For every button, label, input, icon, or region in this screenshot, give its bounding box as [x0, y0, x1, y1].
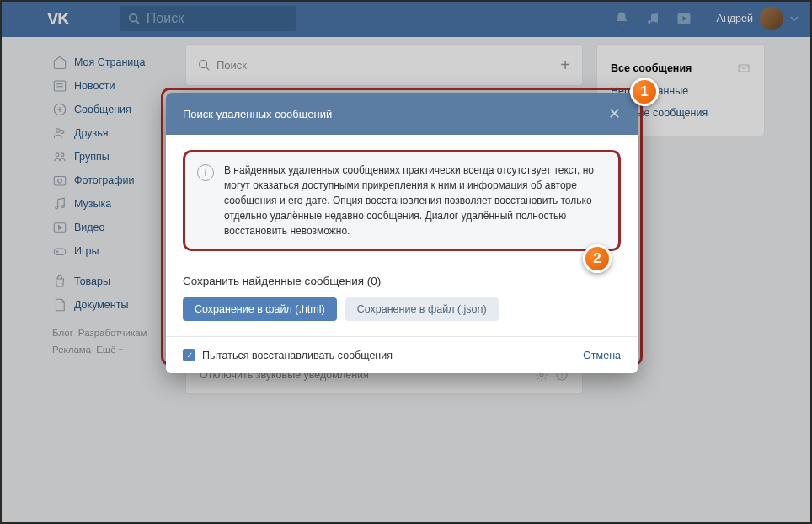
annotation-callout-2: 2: [583, 244, 612, 273]
info-icon: i: [197, 164, 214, 181]
info-box-annotation: i В найденных удаленных сообщениях практ…: [183, 150, 621, 251]
save-json-button[interactable]: Сохранение в файл (.json): [345, 297, 499, 321]
annotation-callout-1: 1: [630, 78, 659, 106]
info-text: В найденных удаленных сообщениях практич…: [224, 163, 606, 238]
save-html-button[interactable]: Сохранение в файл (.html): [183, 297, 337, 321]
restore-checkbox-row[interactable]: ✓ Пытаться восстанавливать сообщения: [183, 349, 393, 361]
modal-header: Поиск удаленных сообщений ✕: [166, 93, 638, 135]
close-icon[interactable]: ✕: [608, 104, 621, 123]
modal-title: Поиск удаленных сообщений: [183, 108, 332, 120]
deleted-messages-modal: Поиск удаленных сообщений ✕ i В найденны…: [166, 93, 638, 373]
checkbox-checked-icon: ✓: [183, 349, 195, 361]
cancel-button[interactable]: Отмена: [583, 350, 621, 361]
save-section-title: Сохранить найденные сообщения (0): [183, 275, 621, 287]
